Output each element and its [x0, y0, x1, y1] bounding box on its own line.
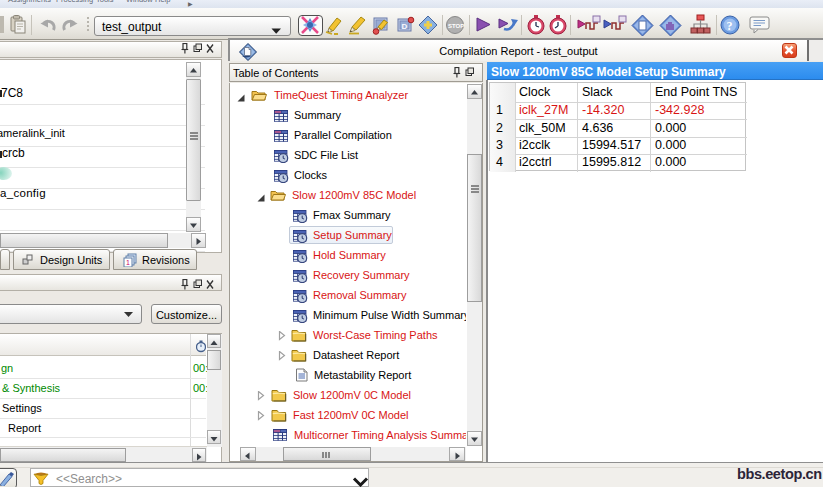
svg-text:STOP: STOP — [448, 23, 464, 29]
svg-text:?: ? — [727, 19, 733, 33]
svg-text:D: D — [402, 22, 408, 31]
svg-text:1: 1 — [126, 259, 130, 266]
